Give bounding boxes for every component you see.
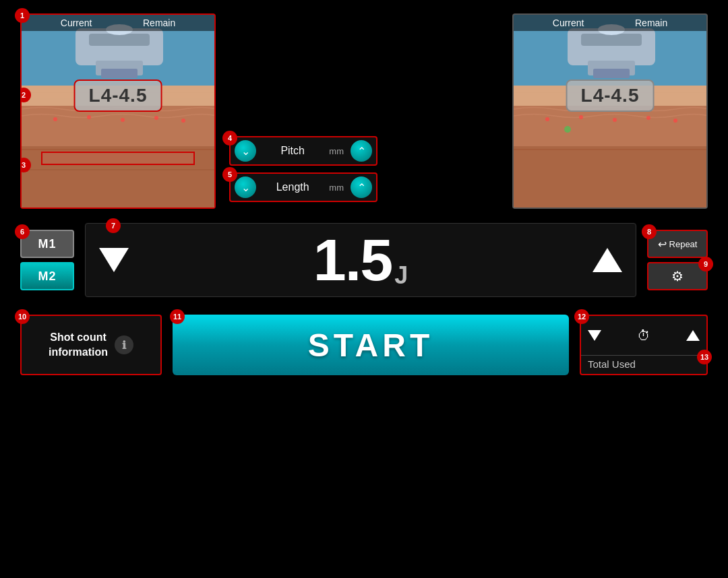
pitch-unit: mm bbox=[329, 146, 344, 156]
left-panel-wrapper: 1 Current Remain bbox=[20, 13, 216, 209]
center-section: 4 ⌄ Pitch mm ⌃ 5 bbox=[216, 13, 512, 209]
right-cartridge-label: L4-4.5 bbox=[566, 79, 655, 112]
energy-unit: J bbox=[394, 261, 408, 290]
gear-icon: ⚙ bbox=[671, 268, 684, 284]
left-depth-marker bbox=[41, 152, 195, 165]
left-cartridge-label: L4-4.5 bbox=[74, 79, 162, 112]
clock-icon: ⏱ bbox=[637, 328, 650, 344]
badge-4: 4 bbox=[222, 131, 237, 146]
triangle-down-icon bbox=[99, 248, 129, 272]
timer-decrease-button[interactable] bbox=[588, 330, 601, 341]
svg-rect-21 bbox=[581, 34, 642, 46]
length-decrease-button[interactable]: ⌄ bbox=[235, 176, 256, 198]
svg-rect-24 bbox=[593, 69, 630, 78]
small-triangle-down-icon bbox=[588, 330, 601, 341]
length-label: Length bbox=[260, 181, 325, 193]
svg-point-13 bbox=[87, 115, 91, 119]
energy-increase-button[interactable] bbox=[593, 248, 622, 272]
repeat-icon: ↩ bbox=[658, 238, 667, 251]
timer-wrapper: 12 ⏱ 13 Total Used bbox=[580, 315, 708, 375]
right-panel-header: Current Remain bbox=[514, 15, 706, 31]
total-used-label: Total Used bbox=[581, 355, 706, 374]
start-wrapper: 11 START bbox=[173, 315, 569, 375]
energy-display: 7 1.5 J bbox=[85, 223, 636, 297]
chevron-down-icon2: ⌄ bbox=[241, 181, 250, 194]
left-current-label: Current bbox=[61, 18, 92, 28]
bottom-row: 10 Shot count information ℹ 11 START bbox=[20, 311, 708, 379]
middle-row: 6 M1 M2 7 1.5 J 8 bbox=[20, 220, 708, 300]
timer-controls: ⏱ bbox=[581, 316, 706, 355]
shot-count-wrapper: 10 Shot count information ℹ bbox=[20, 315, 162, 375]
triangle-up-icon bbox=[593, 248, 622, 272]
left-cartridge-value: L4-4.5 bbox=[89, 85, 148, 106]
svg-rect-29 bbox=[514, 146, 708, 209]
info-symbol: ℹ bbox=[122, 339, 126, 352]
badge-6: 6 bbox=[15, 224, 30, 239]
right-action-buttons: 8 ↩ Repeat 9 ⚙ bbox=[647, 230, 708, 290]
timer-increase-button[interactable] bbox=[686, 330, 700, 341]
svg-point-34 bbox=[646, 116, 650, 120]
chevron-up-icon: ⌃ bbox=[357, 145, 366, 158]
shot-count-line2: information bbox=[49, 345, 108, 360]
pitch-decrease-button[interactable]: ⌄ bbox=[235, 140, 256, 162]
energy-value: 1.5 bbox=[313, 230, 392, 290]
badge-9: 9 bbox=[698, 257, 713, 271]
memory-buttons: M1 M2 bbox=[20, 230, 74, 290]
right-remain-label: Remain bbox=[635, 18, 667, 28]
badge-1: 1 bbox=[15, 8, 30, 23]
m2-button[interactable]: M2 bbox=[20, 262, 74, 290]
repeat-button[interactable]: ↩ Repeat bbox=[647, 230, 708, 258]
pitch-control: ⌄ Pitch mm ⌃ bbox=[229, 136, 377, 166]
svg-point-12 bbox=[53, 117, 57, 121]
shot-count-line1: Shot count bbox=[50, 330, 107, 345]
timer-total-box: ⏱ 13 Total Used bbox=[580, 315, 708, 375]
main-container: 1 Current Remain bbox=[0, 0, 728, 578]
badge-11: 11 bbox=[170, 309, 185, 324]
right-buttons: ↩ Repeat 9 ⚙ bbox=[647, 230, 708, 290]
right-current-label: Current bbox=[553, 18, 584, 28]
badge-8: 8 bbox=[642, 224, 657, 239]
left-handpiece-panel: Current Remain bbox=[20, 13, 216, 209]
info-icon: ℹ bbox=[115, 335, 133, 354]
length-increase-button[interactable]: ⌃ bbox=[351, 176, 372, 198]
shot-count-box[interactable]: Shot count information ℹ bbox=[20, 315, 162, 375]
svg-point-35 bbox=[673, 119, 677, 123]
energy-decrease-button[interactable] bbox=[99, 248, 129, 272]
start-button[interactable]: START bbox=[173, 315, 569, 375]
chevron-down-icon: ⌄ bbox=[241, 145, 250, 158]
svg-point-14 bbox=[121, 118, 125, 122]
top-section: 1 Current Remain bbox=[20, 13, 708, 209]
pitch-label: Pitch bbox=[260, 145, 325, 157]
svg-rect-2 bbox=[89, 34, 150, 46]
right-cartridge-value: L4-4.5 bbox=[581, 85, 640, 106]
shot-count-text-block: Shot count information bbox=[49, 330, 108, 360]
chevron-up-icon2: ⌃ bbox=[357, 181, 366, 194]
left-panel-header: Current Remain bbox=[22, 15, 214, 31]
svg-rect-5 bbox=[101, 69, 138, 78]
badge-12: 12 bbox=[574, 309, 589, 324]
svg-point-16 bbox=[181, 119, 185, 123]
length-unit: mm bbox=[329, 183, 344, 193]
right-handpiece-panel: Current Remain bbox=[512, 13, 708, 209]
badge-5: 5 bbox=[222, 167, 237, 182]
left-remain-label: Remain bbox=[143, 18, 175, 28]
badge-10: 10 bbox=[15, 309, 30, 324]
right-panel-wrapper: Current Remain bbox=[512, 13, 708, 209]
svg-point-32 bbox=[579, 115, 583, 119]
repeat-label: Repeat bbox=[669, 239, 698, 249]
small-triangle-up-icon bbox=[686, 330, 700, 341]
pitch-increase-button[interactable]: ⌃ bbox=[351, 140, 372, 162]
svg-point-15 bbox=[154, 116, 158, 120]
svg-point-30 bbox=[564, 126, 571, 133]
svg-point-31 bbox=[545, 117, 549, 121]
length-control: ⌄ Length mm ⌃ bbox=[229, 172, 377, 202]
badge-7: 7 bbox=[106, 218, 121, 233]
svg-point-33 bbox=[613, 118, 617, 122]
badge-13: 13 bbox=[697, 350, 712, 364]
memory-section: 6 M1 M2 bbox=[20, 230, 74, 290]
